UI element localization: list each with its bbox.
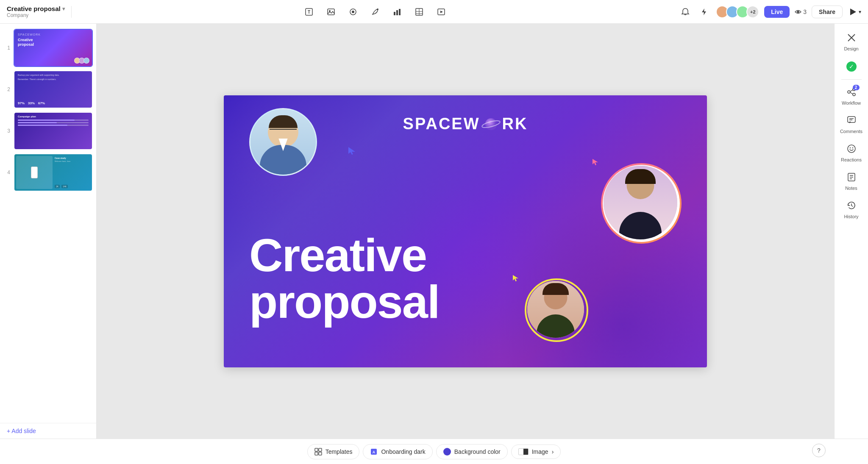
- slide-number-2: 2: [3, 86, 10, 92]
- topbar-right: +2 Live 3 Share ▾: [679, 5, 861, 19]
- workflow-panel-button[interactable]: 2 Workflow: [836, 83, 867, 110]
- collaborator-avatar-1: [249, 108, 317, 176]
- slide-item-4[interactable]: 4 Case study Welcome back, Jane. 2K 14K: [3, 153, 93, 192]
- comments-label: Comments: [840, 129, 862, 134]
- slide-thumbnail-1: SPACEWORK Creativeproposal: [14, 30, 92, 66]
- share-button[interactable]: Share: [812, 6, 843, 18]
- design-label: Design: [844, 46, 858, 51]
- svg-point-35: [849, 147, 850, 148]
- svg-marker-22: [593, 159, 598, 165]
- svg-point-28: [853, 93, 855, 96]
- image-swatch: [518, 448, 529, 455]
- svg-rect-8: [396, 10, 398, 15]
- reactions-label: Reactions: [841, 157, 862, 162]
- svg-marker-15: [440, 11, 443, 13]
- check-icon: ✓: [846, 61, 857, 72]
- slide-thumb-2[interactable]: Backup your argument with supporting dat…: [14, 70, 93, 108]
- slide-canvas[interactable]: SPACEW RK: [224, 95, 707, 367]
- svg-marker-23: [513, 275, 518, 281]
- live-button[interactable]: Live: [764, 6, 790, 18]
- collaborator-avatars: +2: [716, 6, 759, 18]
- chart-tool-button[interactable]: [390, 5, 404, 19]
- image-button[interactable]: Image ›: [511, 445, 561, 459]
- svg-point-19: [485, 118, 497, 130]
- reactions-panel-button[interactable]: Reactions: [836, 140, 867, 167]
- workflow-label: Workflow: [842, 100, 861, 106]
- app-title-area: Creative proposal ▾ Company: [7, 5, 66, 18]
- table-tool-button[interactable]: [412, 5, 426, 19]
- topbar-divider1: [71, 6, 72, 18]
- slide-thumb-3[interactable]: Campaign plan: [14, 112, 93, 150]
- svg-point-5: [352, 11, 354, 13]
- text-tool-button[interactable]: T: [302, 5, 316, 19]
- design-panel-button[interactable]: Design: [836, 29, 867, 56]
- svg-text:A: A: [373, 450, 376, 454]
- slide-thumbnail-2: Backup your argument with supporting dat…: [14, 71, 92, 108]
- comments-icon: [847, 116, 856, 127]
- history-panel-button[interactable]: History: [836, 197, 867, 223]
- svg-point-36: [852, 147, 853, 148]
- svg-marker-18: [850, 8, 856, 15]
- app-title[interactable]: Creative proposal ▾: [7, 5, 66, 12]
- svg-marker-21: [348, 147, 355, 155]
- add-slide-button[interactable]: + Add slide: [0, 423, 96, 439]
- collaborator-avatar-2: [601, 163, 682, 244]
- svg-rect-44: [319, 452, 322, 455]
- cursor-2: [592, 158, 599, 167]
- play-button[interactable]: ▾: [848, 7, 861, 17]
- help-button[interactable]: ?: [812, 444, 826, 457]
- right-panel: Design ✓ 2 Workflow: [834, 24, 868, 439]
- notifications-button[interactable]: [679, 5, 692, 19]
- media-tool-button[interactable]: [434, 5, 448, 19]
- history-label: History: [844, 214, 858, 219]
- history-icon: [847, 201, 856, 212]
- svg-point-17: [797, 11, 799, 13]
- workflow-icon: 2: [847, 87, 856, 99]
- theme-button[interactable]: A Onboarding dark: [363, 444, 432, 459]
- theme-icon: A: [370, 448, 378, 456]
- topbar: Creative proposal ▾ Company T: [0, 0, 868, 24]
- background-color-button[interactable]: Background color: [436, 444, 508, 459]
- svg-rect-7: [394, 12, 395, 15]
- main-content: 1 SPACEWORK Creativeproposal 2: [0, 24, 868, 439]
- slide-item-1[interactable]: 1 SPACEWORK Creativeproposal: [3, 29, 93, 67]
- svg-point-34: [848, 145, 855, 153]
- slide-number-4: 4: [3, 169, 10, 175]
- lightning-button[interactable]: [697, 5, 711, 19]
- notes-label: Notes: [845, 186, 857, 191]
- approved-status: ✓: [836, 57, 867, 76]
- workflow-badge: 2: [853, 85, 860, 90]
- svg-rect-31: [848, 117, 855, 122]
- svg-rect-41: [315, 448, 318, 451]
- view-count: 3: [795, 8, 807, 15]
- templates-button[interactable]: Templates: [307, 444, 360, 459]
- image-tool-button[interactable]: [324, 5, 338, 19]
- slide-item-3[interactable]: 3 Campaign plan: [3, 112, 93, 150]
- slide-thumb-1[interactable]: SPACEWORK Creativeproposal: [14, 29, 93, 67]
- right-divider-1: [841, 79, 862, 80]
- slide-thumb-4[interactable]: Case study Welcome back, Jane. 2K 14K: [14, 153, 93, 192]
- slide-item-2[interactable]: 2 Backup your argument with supporting d…: [3, 70, 93, 108]
- slide-thumbnail-3: Campaign plan: [14, 113, 92, 149]
- avatar-count: +2: [746, 6, 759, 18]
- design-icon: [847, 33, 856, 44]
- notes-panel-button[interactable]: Notes: [836, 168, 867, 195]
- color-dot: [443, 448, 451, 456]
- slide-list: 1 SPACEWORK Creativeproposal 2: [0, 24, 96, 197]
- slide-thumbnail-4: Case study Welcome back, Jane. 2K 14K: [14, 154, 92, 191]
- app-subtitle: Company: [7, 12, 66, 18]
- pen-tool-button[interactable]: [368, 5, 382, 19]
- slide-number-3: 3: [3, 128, 10, 134]
- canvas-area: SPACEW RK: [97, 24, 834, 439]
- notes-icon: [847, 172, 856, 184]
- shapes-tool-button[interactable]: [346, 5, 360, 19]
- svg-marker-16: [702, 8, 706, 15]
- svg-line-30: [850, 92, 853, 94]
- comments-panel-button[interactable]: Comments: [836, 111, 867, 138]
- svg-rect-42: [319, 448, 322, 451]
- reactions-icon: [847, 144, 856, 156]
- svg-rect-43: [315, 452, 318, 455]
- topbar-tools: T: [77, 5, 673, 19]
- collaborator-avatar-3: [525, 278, 588, 342]
- svg-line-29: [850, 90, 853, 92]
